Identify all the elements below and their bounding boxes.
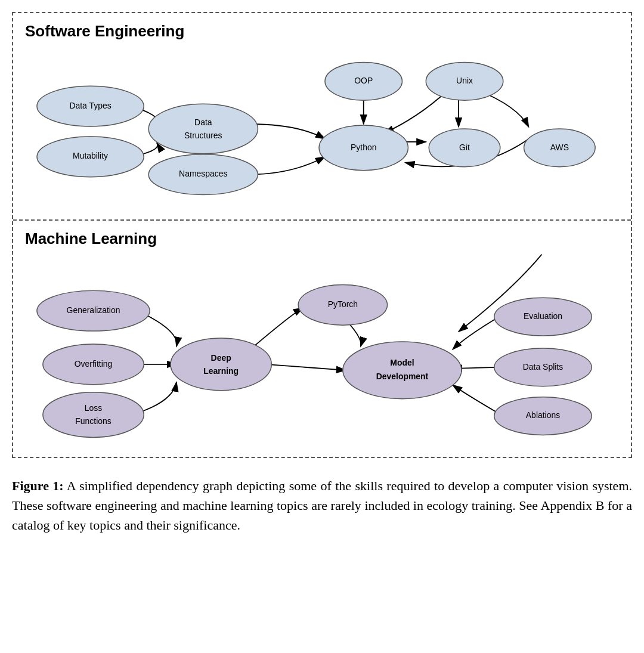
svg-text:Deep: Deep — [211, 353, 231, 363]
svg-text:Git: Git — [459, 143, 470, 152]
figure-caption: Figure 1: A simplified dependency graph … — [12, 476, 632, 535]
svg-text:PyTorch: PyTorch — [328, 299, 358, 309]
svg-text:Generalization: Generalization — [67, 305, 120, 315]
caption-text: A simplified dependency graph depicting … — [12, 478, 632, 533]
svg-text:Data: Data — [194, 117, 212, 127]
svg-text:Model: Model — [390, 358, 414, 367]
svg-point-5 — [148, 104, 258, 154]
svg-text:Data Types: Data Types — [69, 101, 111, 110]
svg-text:Structures: Structures — [184, 131, 222, 140]
svg-text:Unix: Unix — [456, 76, 473, 85]
svg-text:Loss: Loss — [85, 403, 102, 413]
diagram: Software Engineering — [12, 12, 632, 458]
svg-text:Ablations: Ablations — [526, 410, 560, 420]
svg-text:Data Splits: Data Splits — [523, 362, 563, 372]
svg-point-33 — [343, 342, 462, 399]
svg-text:Development: Development — [376, 372, 429, 381]
software-graph: Data Types Mutability Data Structures Na… — [25, 47, 619, 202]
svg-point-28 — [171, 338, 271, 391]
svg-text:Mutability: Mutability — [73, 151, 108, 160]
ml-title: Machine Learning — [25, 230, 619, 248]
main-container: Software Engineering — [12, 12, 632, 535]
svg-text:Overfitting: Overfitting — [75, 359, 113, 369]
ml-graph: Generalization Overfitting Loss Function… — [25, 254, 619, 439]
svg-text:Python: Python — [351, 143, 376, 152]
svg-text:Learning: Learning — [203, 366, 239, 376]
svg-text:Namespaces: Namespaces — [179, 169, 227, 178]
software-section: Software Engineering — [13, 13, 631, 221]
caption-label: Figure 1: — [12, 478, 64, 493]
svg-text:AWS: AWS — [550, 143, 569, 152]
svg-point-25 — [43, 392, 144, 438]
software-title: Software Engineering — [25, 22, 619, 41]
ml-section: Machine Learning — [13, 221, 631, 457]
svg-text:Functions: Functions — [75, 416, 111, 426]
svg-text:Evaluation: Evaluation — [524, 311, 562, 321]
svg-text:OOP: OOP — [354, 76, 373, 85]
